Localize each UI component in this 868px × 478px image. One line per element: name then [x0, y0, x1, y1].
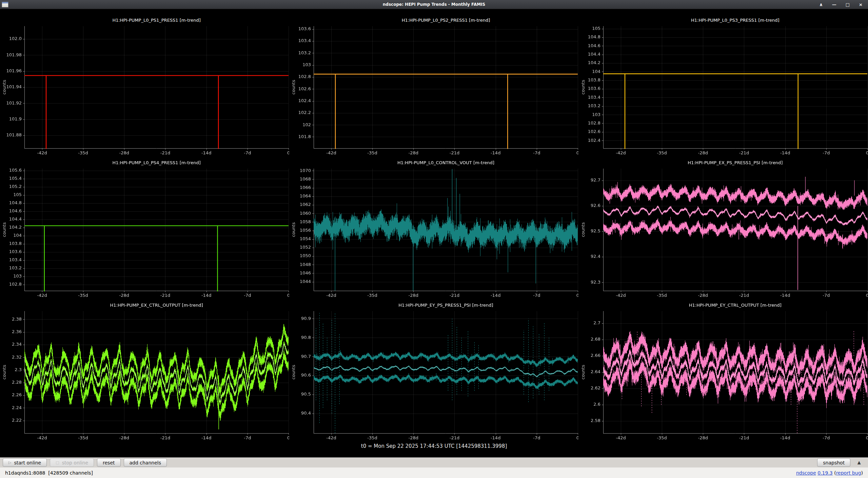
plot-canvas-l0-ps4[interactable] [0, 167, 289, 300]
plot-panel-ex-ps-press1: H1:HPI-PUMP_EX_PS_PRESS1_PSI [m-trend] [579, 152, 868, 294]
play-icon: ▷ [8, 460, 11, 465]
plot-title: H1:HPI-PUMP_L0_CONTROL_VOUT [m-trend] [314, 160, 578, 165]
reset-button[interactable]: reset [97, 458, 120, 467]
plot-title: H1:HPI-PUMP_L0_PS1_PRESS1 [m-trend] [24, 18, 289, 23]
plot-canvas-l0-ps3[interactable] [579, 24, 868, 157]
ndscope-link[interactable]: ndscope [796, 470, 816, 476]
add-channels-button[interactable]: add channels [124, 458, 167, 467]
plot-grid: H1:HPI-PUMP_L0_PS1_PRESS1 [m-trend] H1:H… [0, 9, 868, 437]
start-online-button[interactable]: ▷ start online [3, 458, 47, 467]
panel-expander-icon[interactable]: ▲ [854, 459, 864, 466]
plot-panel-ey-ps-press1: H1:HPI-PUMP_EY_PS_PRESS1_PSI [m-trend] [289, 294, 578, 437]
t0-label: t0 = Mon Sep 22 2025 17:44:53 UTC [14425… [0, 443, 868, 449]
about-links: ndscope 0.19.3 (report bug) [796, 470, 863, 476]
plot-canvas-l0-ps1[interactable] [0, 24, 289, 157]
report-bug-link[interactable]: report bug [836, 470, 861, 476]
window-icon [2, 2, 8, 7]
plot-panel-l0-ps2: H1:HPI-PUMP_L0_PS2_PRESS1 [m-trend] [289, 9, 578, 152]
plot-canvas-ex-ps-press1[interactable] [579, 167, 868, 300]
plot-title: H1:HPI-PUMP_EX_PS_PRESS1_PSI [m-trend] [603, 160, 867, 165]
plot-title: H1:HPI-PUMP_EX_CTRL_OUTPUT [m-trend] [24, 303, 289, 308]
minimize-icon[interactable]: — [832, 0, 836, 9]
stop-icon: □ [56, 460, 59, 465]
server-status: h1daqnds1:8088 [428509 channels] [5, 470, 93, 476]
close-icon[interactable]: × [859, 0, 863, 9]
plot-canvas-ex-ctrl-output[interactable] [0, 309, 289, 442]
plot-panel-ey-ctrl-output: H1:HPI-PUMP_EY_CTRL_OUTPUT [m-trend] [579, 294, 868, 437]
snapshot-button[interactable]: snapshot [817, 458, 850, 467]
titlebar: ndscope: HEPI Pump Trends - Monthly FAMI… [0, 0, 868, 9]
window-title: ndscope: HEPI Pump Trends - Monthly FAMI… [0, 2, 868, 7]
toolbar: ▷ start online □ stop online reset add c… [0, 457, 868, 467]
plot-title: H1:HPI-PUMP_L0_PS3_PRESS1 [m-trend] [603, 18, 867, 23]
plot-title: H1:HPI-PUMP_L0_PS2_PRESS1 [m-trend] [314, 18, 578, 23]
plot-canvas-l0-control-vout[interactable] [289, 167, 578, 300]
plot-panel-l0-ps3: H1:HPI-PUMP_L0_PS3_PRESS1 [m-trend] [579, 9, 868, 152]
plot-title: H1:HPI-PUMP_EY_PS_PRESS1_PSI [m-trend] [314, 303, 578, 308]
plot-canvas-l0-ps2[interactable] [289, 24, 578, 157]
plot-canvas-ey-ps-press1[interactable] [289, 309, 578, 442]
plot-panel-l0-ps4: H1:HPI-PUMP_L0_PS4_PRESS1 [m-trend] [0, 152, 289, 294]
stop-online-button: □ stop online [50, 458, 94, 467]
version-link[interactable]: 0.19.3 [817, 470, 833, 476]
plot-panel-l0-ps1: H1:HPI-PUMP_L0_PS1_PRESS1 [m-trend] [0, 9, 289, 152]
plot-canvas-ey-ctrl-output[interactable] [579, 309, 868, 442]
plot-panel-ex-ctrl-output: H1:HPI-PUMP_EX_CTRL_OUTPUT [m-trend] [0, 294, 289, 437]
plot-title: H1:HPI-PUMP_EY_CTRL_OUTPUT [m-trend] [603, 303, 867, 308]
plot-title: H1:HPI-PUMP_L0_PS4_PRESS1 [m-trend] [24, 160, 289, 165]
shade-icon[interactable]: ∧ [819, 0, 823, 9]
plot-panel-l0-control-vout: H1:HPI-PUMP_L0_CONTROL_VOUT [m-trend] [289, 152, 578, 294]
maximize-icon[interactable]: □ [846, 0, 850, 9]
paren-close: ) [861, 470, 863, 476]
window-controls: ∧ — □ × [819, 0, 863, 9]
statusbar: h1daqnds1:8088 [428509 channels] ndscope… [0, 467, 868, 478]
